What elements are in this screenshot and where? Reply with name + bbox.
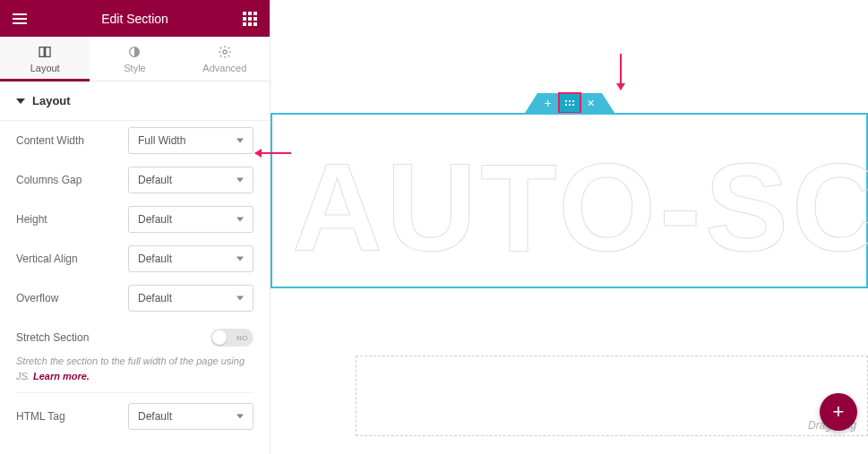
divider	[16, 392, 254, 393]
add-widget-fab[interactable]: +	[820, 393, 857, 431]
svg-point-3	[223, 50, 227, 54]
editor-canvas: + × AUTO-SC Drag widg +	[271, 0, 868, 454]
stretch-help-text: Stretch the section to the full width of…	[16, 354, 254, 383]
label-html-tag: HTML Tag	[16, 410, 65, 423]
label-height: Height	[16, 213, 47, 226]
toggle-state-text: NO	[236, 334, 248, 342]
tab-style[interactable]: Style	[90, 37, 179, 81]
label-vertical-align: Vertical Align	[16, 253, 78, 265]
section-heading-text: AUTO-SC	[292, 145, 868, 270]
select-html-tag[interactable]: Default	[128, 403, 254, 430]
contrast-icon	[127, 45, 142, 59]
select-height[interactable]: Default	[128, 206, 254, 233]
edit-section-button[interactable]	[559, 93, 580, 113]
label-overflow: Overflow	[16, 292, 58, 304]
close-icon: ×	[587, 96, 594, 110]
sidebar-header: Edit Section	[0, 0, 270, 37]
widget-dropzone[interactable]: Drag widg	[356, 355, 868, 436]
tab-advanced[interactable]: Advanced	[180, 37, 270, 81]
apps-grid-icon[interactable]	[241, 10, 259, 28]
learn-more-link[interactable]: Learn more.	[33, 371, 90, 381]
row-html-tag: HTML Tag Default	[16, 397, 254, 436]
grip-icon	[565, 100, 574, 106]
svg-rect-1	[46, 47, 50, 56]
section-title: Layout	[32, 94, 71, 107]
delete-section-button[interactable]: ×	[580, 93, 602, 113]
annotation-arrow-down	[620, 54, 622, 90]
layout-columns-icon	[38, 45, 52, 59]
section-toggle-layout[interactable]: Layout	[0, 81, 270, 121]
select-columns-gap[interactable]: Default	[128, 167, 254, 193]
svg-rect-0	[39, 47, 44, 56]
caret-down-icon	[16, 99, 25, 104]
label-content-width: Content Width	[16, 134, 84, 147]
tabs: Layout Style Advanced	[0, 37, 270, 81]
gear-icon	[218, 45, 232, 59]
header-title: Edit Section	[29, 12, 241, 26]
row-height: Height Default	[16, 200, 254, 239]
toggle-stretch[interactable]: NO	[211, 329, 254, 347]
select-content-width[interactable]: Full Width	[128, 127, 254, 154]
section-handle: + ×	[537, 93, 602, 113]
toggle-knob	[212, 330, 227, 345]
row-columns-gap: Columns Gap Default	[16, 160, 254, 200]
plus-icon: +	[833, 400, 845, 424]
tab-layout[interactable]: Layout	[0, 37, 90, 81]
row-overflow: Overflow Default	[16, 278, 254, 318]
select-overflow[interactable]: Default	[128, 285, 254, 312]
tab-advanced-label: Advanced	[202, 63, 246, 73]
annotation-arrow-left	[255, 152, 291, 154]
row-content-width: Content Width Full Width	[16, 121, 254, 160]
tab-layout-label: Layout	[30, 63, 60, 73]
menu-icon[interactable]	[11, 10, 29, 28]
plus-icon: +	[544, 96, 551, 110]
controls-list: Content Width Full Width Columns Gap Def…	[0, 121, 270, 436]
select-vertical-align[interactable]: Default	[128, 245, 254, 272]
add-section-button[interactable]: +	[537, 93, 559, 113]
row-stretch: Stretch Section NO	[16, 318, 254, 357]
row-vertical-align: Vertical Align Default	[16, 239, 254, 278]
editor-sidebar: Edit Section Layout Style Advanced Layou…	[0, 0, 271, 454]
tab-style-label: Style	[124, 63, 145, 73]
label-columns-gap: Columns Gap	[16, 174, 82, 186]
label-stretch: Stretch Section	[16, 331, 89, 344]
